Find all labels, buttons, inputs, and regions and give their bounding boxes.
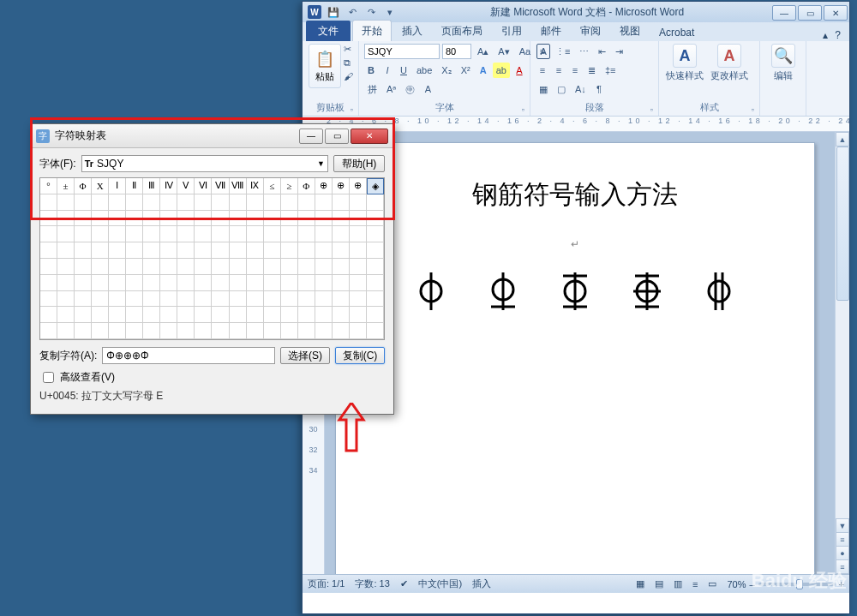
tab-acrobat[interactable]: Acrobat	[650, 23, 703, 41]
view-read-icon[interactable]: ▤	[655, 578, 663, 589]
paragraph-dialog-icon[interactable]: ▫	[650, 105, 653, 114]
char-cell[interactable]	[264, 259, 281, 275]
char-cell[interactable]	[264, 307, 281, 323]
char-cell[interactable]: ⊕	[315, 178, 333, 194]
phonetic-icon[interactable]: 拼	[364, 81, 381, 97]
status-words[interactable]: 字数: 13	[355, 577, 389, 590]
char-cell[interactable]	[315, 259, 333, 275]
char-cell[interactable]	[281, 226, 298, 242]
char-cell[interactable]	[143, 242, 160, 259]
char-cell[interactable]	[230, 291, 247, 308]
char-cell[interactable]	[212, 323, 229, 339]
line-spacing-icon[interactable]: ‡≡	[602, 63, 620, 78]
char-cell[interactable]	[177, 211, 195, 227]
char-cell[interactable]	[75, 194, 92, 211]
char-cell[interactable]	[247, 307, 264, 323]
char-cell[interactable]	[230, 226, 247, 242]
highlight-icon[interactable]: ab	[493, 63, 510, 78]
char-shading-icon[interactable]: A	[421, 81, 434, 97]
view-draft-icon[interactable]: ▭	[708, 578, 716, 589]
zoom-level[interactable]: 70%	[727, 579, 746, 589]
char-cell[interactable]	[230, 259, 247, 275]
char-cell[interactable]	[57, 291, 75, 308]
char-cell[interactable]	[109, 275, 126, 291]
char-cell[interactable]	[177, 291, 195, 308]
char-cell[interactable]	[57, 194, 75, 211]
browse-object-icon[interactable]: ●	[836, 546, 849, 560]
char-cell[interactable]	[126, 307, 143, 323]
styles-dialog-icon[interactable]: ▫	[752, 105, 754, 114]
borders-icon[interactable]: ▢	[554, 81, 569, 97]
char-cell[interactable]	[367, 211, 384, 227]
quick-styles-button[interactable]: A快速样式	[664, 44, 705, 82]
char-cell[interactable]	[298, 323, 315, 339]
char-cell[interactable]	[298, 275, 315, 291]
page-scroll[interactable]: 钢筋符号输入方法 ↵	[325, 132, 849, 593]
char-cell[interactable]	[195, 323, 212, 339]
char-cell[interactable]	[230, 323, 247, 339]
status-insert-mode[interactable]: 插入	[472, 577, 491, 590]
character-grid[interactable]: °±ΦXⅠⅡⅢⅣⅤⅥⅦⅧⅨ≤≥Φ⊕⊕⊕◈	[39, 177, 385, 340]
char-cell[interactable]	[92, 259, 109, 275]
clipboard-dialog-icon[interactable]: ▫	[351, 105, 353, 114]
word-app-icon[interactable]: W	[308, 5, 321, 19]
select-button[interactable]: 选择(S)	[280, 347, 330, 364]
char-cell[interactable]	[350, 275, 367, 291]
char-cell[interactable]	[281, 275, 298, 291]
tab-mailings[interactable]: 邮件	[532, 21, 570, 41]
char-cell[interactable]	[177, 226, 195, 242]
char-cell[interactable]	[247, 275, 264, 291]
find-button[interactable]: 🔍编辑	[765, 44, 800, 82]
tab-home[interactable]: 开始	[352, 20, 392, 41]
char-cell[interactable]	[109, 211, 126, 227]
qat-redo-icon[interactable]: ↷	[364, 5, 378, 19]
char-cell[interactable]	[281, 211, 298, 227]
char-cell[interactable]	[333, 323, 350, 339]
char-cell[interactable]	[109, 307, 126, 323]
font-combobox[interactable]: Tr SJQY ▼	[81, 155, 328, 172]
view-print-icon[interactable]: ▦	[636, 578, 644, 589]
char-cell[interactable]	[177, 242, 195, 259]
copy-chars-input[interactable]	[102, 347, 275, 364]
char-cell[interactable]	[350, 211, 367, 227]
char-cell[interactable]	[75, 307, 92, 323]
char-cell[interactable]	[281, 323, 298, 339]
tab-insert[interactable]: 插入	[393, 21, 431, 41]
char-cell[interactable]	[264, 242, 281, 259]
superscript-icon[interactable]: X²	[458, 63, 474, 78]
char-cell[interactable]	[143, 307, 160, 323]
char-cell[interactable]: Ⅳ	[160, 178, 177, 194]
format-painter-icon[interactable]: 🖌	[344, 71, 353, 81]
char-cell[interactable]	[109, 226, 126, 242]
char-cell[interactable]	[126, 275, 143, 291]
char-cell[interactable]	[333, 194, 350, 211]
char-cell[interactable]	[333, 259, 350, 275]
char-cell[interactable]	[350, 259, 367, 275]
multilevel-icon[interactable]: ⋯	[576, 44, 592, 59]
char-cell[interactable]	[367, 275, 384, 291]
char-cell[interactable]	[264, 275, 281, 291]
shading-icon[interactable]: ▦	[536, 81, 551, 97]
charmap-minimize-button[interactable]: —	[299, 129, 323, 144]
tab-references[interactable]: 引用	[493, 21, 530, 41]
char-cell[interactable]: ⊕	[350, 178, 367, 194]
char-cell[interactable]	[57, 242, 75, 259]
char-cell[interactable]	[195, 259, 212, 275]
char-cell[interactable]	[264, 211, 281, 227]
help-button[interactable]: 帮助(H)	[333, 155, 385, 172]
char-cell[interactable]	[298, 194, 315, 211]
scroll-up-icon[interactable]: ▲	[836, 132, 849, 147]
char-cell[interactable]	[143, 211, 160, 227]
char-cell[interactable]	[212, 211, 229, 227]
char-cell[interactable]	[195, 242, 212, 259]
char-cell[interactable]	[298, 211, 315, 227]
char-cell[interactable]	[333, 307, 350, 323]
italic-icon[interactable]: I	[381, 63, 394, 78]
char-cell[interactable]	[160, 194, 177, 211]
char-cell[interactable]	[40, 242, 57, 259]
char-cell[interactable]	[109, 259, 126, 275]
ribbon-minimize-icon[interactable]: ▴	[823, 29, 828, 41]
char-cell[interactable]: Ⅰ	[109, 178, 126, 194]
char-cell[interactable]	[75, 323, 92, 339]
qat-undo-icon[interactable]: ↶	[345, 5, 359, 19]
